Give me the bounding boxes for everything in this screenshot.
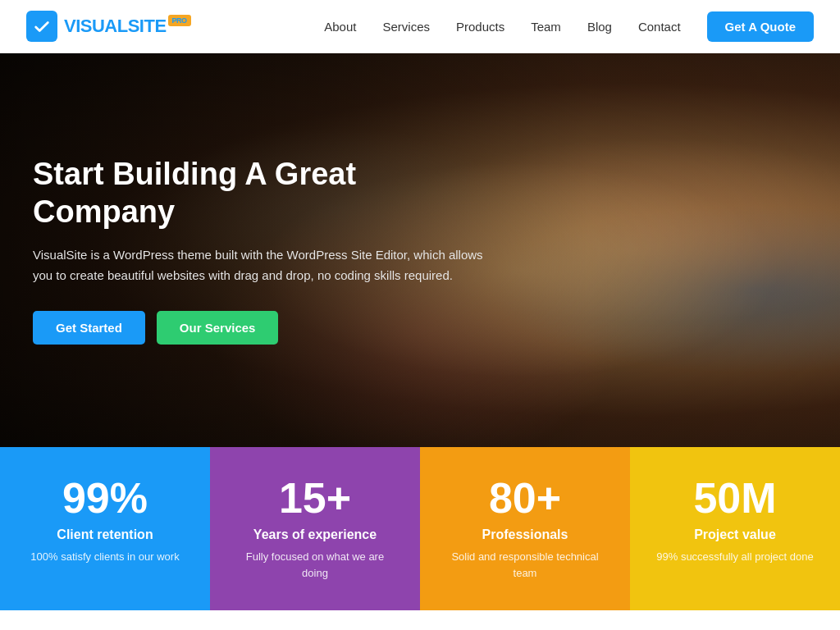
stat-desc-4: 99% successfully all project done	[653, 549, 817, 565]
stats-section: 99% Client retention 100% satisfy client…	[0, 447, 840, 610]
hero-content: Start Building A Great Company VisualSit…	[0, 156, 525, 345]
our-services-button[interactable]: Our Services	[157, 311, 279, 345]
stat-number-2: 15+	[233, 477, 397, 519]
products-section: Our Products THIS IS YOUR AWESOME SUB TI…	[0, 610, 840, 630]
nav-team[interactable]: Team	[531, 20, 561, 34]
stat-client-retention: 99% Client retention 100% satisfy client…	[0, 447, 210, 610]
stat-label-1: Client retention	[23, 527, 187, 542]
stat-desc-3: Solid and responsible technical team	[443, 549, 607, 581]
pro-badge: PRO	[168, 15, 191, 26]
main-nav: About Services Products Team Blog Contac…	[324, 11, 814, 42]
stat-number-1: 99%	[23, 477, 187, 519]
nav-about[interactable]: About	[324, 20, 356, 34]
stat-label-3: Professionals	[443, 527, 607, 542]
stat-project-value: 50M Project value 99% successfully all p…	[630, 447, 840, 610]
logo-area: VISUALSITEPRO	[26, 11, 191, 42]
hero-buttons: Get Started Our Services	[33, 311, 492, 345]
header: VISUALSITEPRO About Services Products Te…	[0, 0, 840, 53]
stat-desc-2: Fully focused on what we are doing	[233, 549, 397, 581]
nav-services[interactable]: Services	[382, 20, 430, 34]
stat-number-3: 80+	[443, 477, 607, 519]
hero-title: Start Building A Great Company	[33, 156, 492, 231]
logo-icon	[26, 11, 57, 42]
nav-contact[interactable]: Contact	[638, 20, 681, 34]
get-quote-button[interactable]: Get A Quote	[707, 11, 814, 42]
stat-label-4: Project value	[653, 527, 817, 542]
logo-text: VISUALSITEPRO	[64, 16, 191, 37]
get-started-button[interactable]: Get Started	[33, 311, 145, 345]
hero-section: Start Building A Great Company VisualSit…	[0, 53, 840, 447]
stat-label-2: Years of experience	[233, 527, 397, 542]
hero-description: VisualSite is a WordPress theme built wi…	[33, 245, 492, 286]
stat-professionals: 80+ Professionals Solid and responsible …	[420, 447, 630, 610]
stat-number-4: 50M	[653, 477, 817, 519]
stat-years-experience: 15+ Years of experience Fully focused on…	[210, 447, 420, 610]
stat-desc-1: 100% satisfy clients in our work	[23, 549, 187, 565]
nav-products[interactable]: Products	[456, 20, 504, 34]
nav-blog[interactable]: Blog	[587, 20, 612, 34]
